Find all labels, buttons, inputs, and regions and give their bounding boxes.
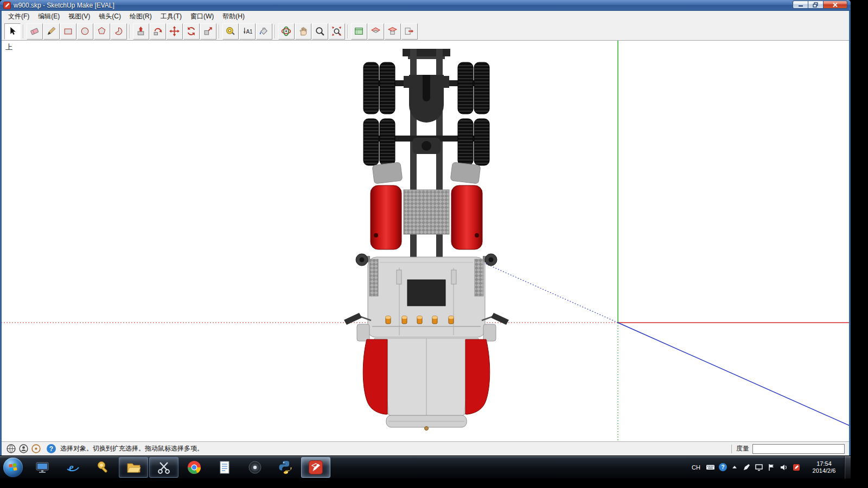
- move-tool-button[interactable]: [167, 23, 183, 40]
- keyboard-icon[interactable]: [706, 463, 715, 471]
- menu-window[interactable]: 窗口(W): [186, 11, 218, 22]
- rectangle-tool-button[interactable]: [60, 23, 76, 40]
- pushpull-tool-button[interactable]: [133, 23, 149, 40]
- truck-cab[interactable]: [356, 254, 497, 341]
- menu-edit[interactable]: 编辑(E): [34, 11, 64, 22]
- followme-tool-button[interactable]: [150, 23, 166, 40]
- truck-rear-fenders[interactable]: [372, 162, 481, 184]
- menu-draw[interactable]: 绘图(R): [125, 11, 156, 22]
- screen: w900.skp - SketchUp Make [EVAL] 文件(F) 编辑…: [0, 0, 868, 488]
- taskbar-media-player[interactable]: [28, 457, 57, 478]
- taskbar-keys-app[interactable]: [88, 457, 118, 478]
- tray-clock[interactable]: 17:54 2014/2/6: [806, 460, 842, 474]
- followme-icon: [152, 26, 163, 36]
- rotate-tool-button[interactable]: [183, 23, 200, 40]
- rotate-icon: [186, 26, 196, 36]
- restore-icon: [813, 2, 819, 8]
- titlebar[interactable]: w900.skp - SketchUp Make [EVAL]: [0, 0, 851, 11]
- toolbar-separator: [129, 24, 130, 38]
- taskbar-notepad[interactable]: [210, 457, 239, 478]
- tray-time: 17:54: [806, 460, 842, 467]
- zoom-extents-tool-button[interactable]: [329, 23, 345, 40]
- window-title: w900.skp - SketchUp Make [EVAL]: [14, 2, 114, 9]
- action-center-flag-icon[interactable]: [767, 463, 776, 472]
- pan-tool-button[interactable]: [295, 23, 311, 40]
- zoom-tool-button[interactable]: [312, 23, 328, 40]
- restore-button[interactable]: [808, 1, 824, 9]
- taskbar-explorer[interactable]: [119, 457, 148, 478]
- polygon-icon: [97, 26, 107, 36]
- display-section-planes-tool-button[interactable]: [368, 23, 384, 40]
- orbit-tool-button[interactable]: [278, 23, 295, 40]
- sketchup-logo-icon: [3, 2, 11, 9]
- close-button[interactable]: [824, 1, 847, 9]
- move-icon: [169, 26, 180, 36]
- toolbar-separator: [347, 24, 348, 38]
- zoom-icon: [315, 26, 325, 36]
- help-icon[interactable]: ?: [47, 444, 56, 453]
- export-model-tool-button[interactable]: [401, 23, 418, 40]
- menu-view[interactable]: 视图(V): [64, 11, 94, 22]
- drawing-canvas[interactable]: 上: [2, 41, 849, 441]
- taskbar-python[interactable]: [271, 457, 300, 478]
- scale-icon: [203, 26, 213, 36]
- start-button[interactable]: [3, 458, 23, 477]
- menu-tools[interactable]: 工具(T): [156, 11, 186, 22]
- taskbar-sketchup[interactable]: [301, 457, 330, 478]
- taskbar-internet-explorer[interactable]: e: [58, 457, 87, 478]
- sketchup-app-icon: [308, 460, 323, 475]
- display-tray-icon[interactable]: [755, 463, 763, 472]
- language-indicator[interactable]: CH: [690, 463, 702, 472]
- python-icon: [278, 460, 293, 475]
- folder-icon: [126, 460, 141, 475]
- pen-tray-icon[interactable]: [742, 463, 751, 472]
- geolocation-icon[interactable]: [6, 444, 16, 454]
- scale-tool-button[interactable]: [200, 23, 216, 40]
- internet-explorer-icon: e: [65, 460, 80, 475]
- truck-bumper[interactable]: [386, 415, 467, 431]
- sketchup-tray-icon[interactable]: [792, 463, 801, 472]
- select-tool-button[interactable]: [4, 23, 21, 40]
- section-plane-tool-button[interactable]: [351, 23, 367, 40]
- toolbar: A1: [2, 22, 849, 41]
- circle-icon: [80, 26, 90, 36]
- model-viewport[interactable]: [2, 41, 849, 441]
- taskbar-chrome[interactable]: [180, 457, 209, 478]
- line-tool-button[interactable]: [43, 23, 60, 40]
- truck-catwalk[interactable]: [404, 190, 449, 234]
- minimize-button[interactable]: [793, 1, 808, 9]
- credits-icon[interactable]: [18, 444, 29, 454]
- eraser-tool-button[interactable]: [27, 23, 43, 40]
- zoom-extents-icon: [331, 26, 342, 36]
- taskbar: e CH: [0, 455, 851, 478]
- show-desktop-button[interactable]: [844, 456, 851, 479]
- view-name-label: 上: [5, 42, 12, 52]
- display-section-cuts-icon: [387, 26, 398, 36]
- eraser-icon: [29, 26, 40, 36]
- menu-file[interactable]: 文件(F): [4, 11, 34, 22]
- tape-measure-tool-button[interactable]: [222, 23, 239, 40]
- volume-icon[interactable]: [780, 463, 788, 472]
- polygon-tool-button[interactable]: [94, 23, 110, 40]
- truck-hood[interactable]: [363, 338, 490, 416]
- desktop: w900.skp - SketchUp Make [EVAL] 文件(F) 编辑…: [0, 0, 851, 478]
- ime-help-icon[interactable]: ?: [719, 463, 727, 471]
- circle-tool-button[interactable]: [77, 23, 93, 40]
- measurements-input[interactable]: [752, 444, 845, 454]
- model-info-icon[interactable]: [31, 444, 41, 454]
- menu-help[interactable]: 帮助(H): [218, 11, 249, 22]
- display-section-planes-icon: [371, 26, 381, 36]
- taskbar-round-app[interactable]: [240, 457, 270, 478]
- toolbar-separator: [23, 24, 24, 38]
- system-tray: CH ?: [690, 463, 801, 472]
- taskbar-snipping-tool[interactable]: [149, 457, 178, 478]
- arc-tool-button[interactable]: [111, 23, 127, 40]
- toolbar-separator: [219, 24, 220, 38]
- truck-model[interactable]: [344, 49, 509, 431]
- paint-bucket-tool-button[interactable]: [256, 23, 272, 40]
- display-section-cuts-tool-button[interactable]: [385, 23, 401, 40]
- menu-camera[interactable]: 镜头(C): [94, 11, 125, 22]
- pan-hand-icon: [298, 26, 308, 36]
- hidden-icons-chevron[interactable]: [731, 464, 738, 471]
- dimension-tool-button[interactable]: A1: [239, 23, 256, 40]
